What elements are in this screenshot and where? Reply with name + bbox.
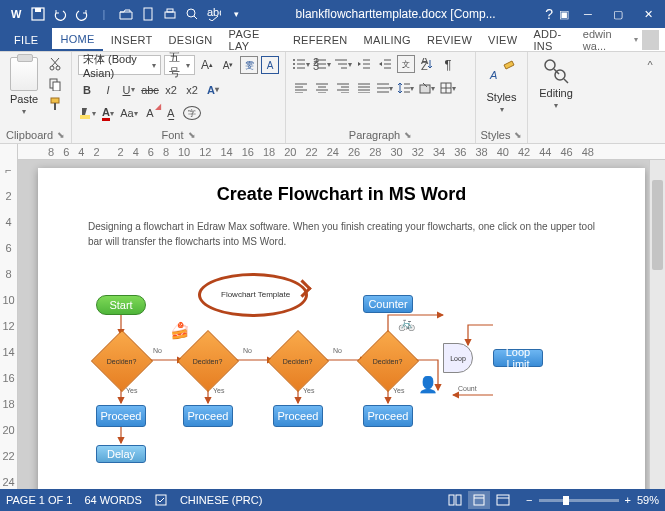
enclose-chars-button[interactable]: 字: [183, 106, 201, 120]
tab-insert[interactable]: INSERT: [103, 28, 161, 51]
font-launcher-icon[interactable]: ⬊: [188, 130, 196, 140]
open-icon[interactable]: [116, 4, 136, 24]
tab-view[interactable]: VIEW: [480, 28, 525, 51]
clipboard-launcher-icon[interactable]: ⬊: [57, 130, 65, 140]
tab-addins[interactable]: ADD-INS: [525, 28, 582, 51]
strikethrough-button[interactable]: abc: [141, 81, 159, 99]
svg-rect-18: [80, 115, 90, 119]
status-words[interactable]: 64 WORDS: [84, 494, 141, 506]
document-page[interactable]: Create Flowchart in MS Word Designing a …: [38, 168, 645, 489]
decrease-indent-button[interactable]: [355, 55, 373, 73]
align-left-button[interactable]: [292, 79, 310, 97]
tab-references[interactable]: REFEREN: [285, 28, 356, 51]
font-color-button[interactable]: A▾: [99, 104, 117, 122]
view-read-button[interactable]: [444, 491, 466, 509]
save-icon[interactable]: [28, 4, 48, 24]
multilevel-button[interactable]: ▾: [334, 55, 352, 73]
cut-button[interactable]: [46, 55, 64, 73]
collapse-ribbon-icon[interactable]: ^: [641, 56, 659, 74]
spelling-icon[interactable]: abc: [204, 4, 224, 24]
clipart-bike-icon: 🚲: [398, 315, 415, 331]
show-marks-button[interactable]: ¶: [439, 55, 457, 73]
new-icon[interactable]: [138, 4, 158, 24]
italic-button[interactable]: I: [99, 81, 117, 99]
svg-point-69: [545, 60, 555, 70]
scrollbar-thumb[interactable]: [652, 180, 663, 270]
align-right-button[interactable]: [334, 79, 352, 97]
sort-button[interactable]: AZ: [418, 55, 436, 73]
tab-home[interactable]: HOME: [52, 28, 102, 51]
vertical-scrollbar[interactable]: [649, 160, 665, 489]
help-icon[interactable]: ?: [545, 6, 553, 22]
numbering-button[interactable]: 123▾: [313, 55, 331, 73]
label-yes-3: Yes: [303, 387, 314, 394]
status-language[interactable]: CHINESE (PRC): [180, 494, 263, 506]
zoom-out-button[interactable]: −: [526, 494, 532, 506]
tab-file[interactable]: FILE: [0, 28, 52, 51]
superscript-button[interactable]: x2: [183, 81, 201, 99]
asian-layout-button[interactable]: 文: [397, 55, 415, 73]
minimize-button[interactable]: ─: [573, 0, 603, 28]
svg-line-13: [51, 58, 58, 66]
styles-launcher-icon[interactable]: ⬊: [514, 130, 522, 140]
shading-button[interactable]: ▾: [418, 79, 436, 97]
text-effects-button[interactable]: A▾: [204, 81, 222, 99]
borders-button[interactable]: ▾: [439, 79, 457, 97]
justify-button[interactable]: [355, 79, 373, 97]
font-size-select[interactable]: 五号▾: [164, 55, 195, 75]
ribbon-display-icon[interactable]: ▣: [559, 8, 569, 21]
redo-icon[interactable]: [72, 4, 92, 24]
zoom-in-button[interactable]: +: [625, 494, 631, 506]
zoom-level[interactable]: 59%: [637, 494, 659, 506]
increase-indent-button[interactable]: [376, 55, 394, 73]
qat-customize-icon[interactable]: ▾: [226, 4, 246, 24]
format-painter-button[interactable]: [46, 95, 64, 113]
view-buttons: [444, 491, 514, 509]
work-area: ⌐ 2468101214161820222426 864224681012141…: [0, 144, 665, 489]
svg-rect-5: [165, 12, 175, 18]
zoom-slider[interactable]: [539, 499, 619, 502]
distributed-button[interactable]: ▾: [376, 79, 394, 97]
editing-button[interactable]: Editing ▾: [534, 55, 578, 112]
clipart-cake-icon: 🍰: [170, 321, 190, 340]
close-button[interactable]: ✕: [633, 0, 663, 28]
document-viewport[interactable]: 8642246810121416182022242628303234363840…: [18, 144, 665, 489]
phonetic-guide-button[interactable]: 雯: [240, 56, 258, 74]
svg-point-71: [555, 70, 565, 80]
print-preview-icon[interactable]: [182, 4, 202, 24]
tab-design[interactable]: DESIGN: [161, 28, 221, 51]
view-web-button[interactable]: [492, 491, 514, 509]
grow-font-button[interactable]: A▴: [198, 56, 216, 74]
status-page[interactable]: PAGE 1 OF 1: [6, 494, 72, 506]
change-case-button[interactable]: Aa▾: [120, 104, 138, 122]
view-print-button[interactable]: [468, 491, 490, 509]
bullets-button[interactable]: ▾: [292, 55, 310, 73]
undo-icon[interactable]: [50, 4, 70, 24]
tab-page-layout[interactable]: PAGE LAY: [221, 28, 285, 51]
line-spacing-button[interactable]: ▾: [397, 79, 415, 97]
font-name-select[interactable]: 宋体 (Body Asian)▾: [78, 55, 161, 75]
styles-button[interactable]: A Styles ▾: [482, 55, 521, 116]
status-spellcheck-icon[interactable]: [154, 493, 168, 507]
flowchart-loop: Loop: [443, 343, 473, 373]
shrink-font-button[interactable]: A▾: [219, 56, 237, 74]
print-icon[interactable]: [160, 4, 180, 24]
svg-rect-87: [497, 495, 509, 505]
char-border-button[interactable]: A: [261, 56, 279, 74]
svg-rect-6: [167, 9, 173, 12]
tab-review[interactable]: REVIEW: [419, 28, 480, 51]
highlight-button[interactable]: ▾: [78, 104, 96, 122]
user-area[interactable]: edwin wa... ▾: [583, 28, 665, 51]
paste-button[interactable]: Paste ▾: [6, 55, 42, 118]
paragraph-launcher-icon[interactable]: ⬊: [404, 130, 412, 140]
tab-mailings[interactable]: MAILING: [356, 28, 419, 51]
underline-button[interactable]: U▾: [120, 81, 138, 99]
svg-rect-15: [53, 82, 60, 91]
char-shading-button[interactable]: A̲: [162, 104, 180, 122]
subscript-button[interactable]: x2: [162, 81, 180, 99]
maximize-button[interactable]: ▢: [603, 0, 633, 28]
clear-format-button[interactable]: A◢: [141, 104, 159, 122]
bold-button[interactable]: B: [78, 81, 96, 99]
copy-button[interactable]: [46, 75, 64, 93]
align-center-button[interactable]: [313, 79, 331, 97]
